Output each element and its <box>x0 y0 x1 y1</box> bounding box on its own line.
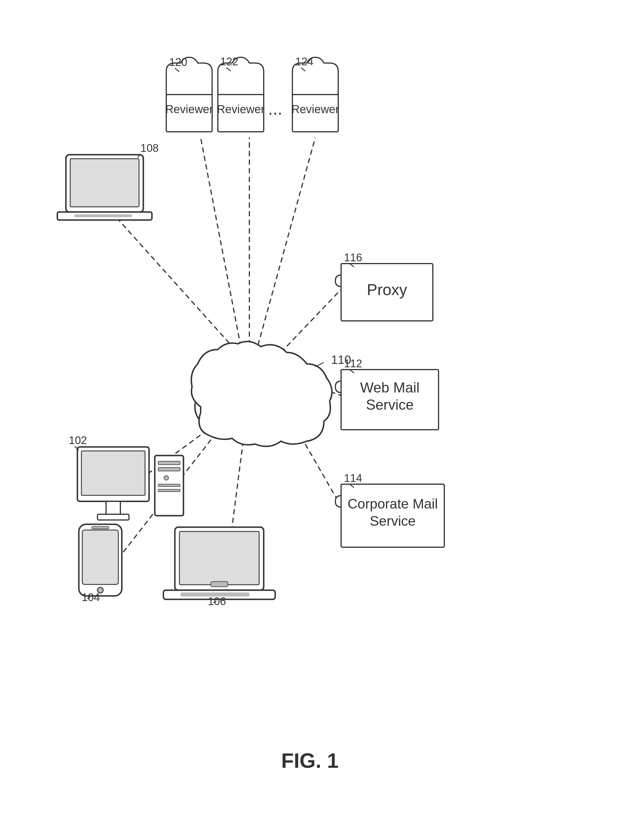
svg-text:112: 112 <box>344 357 362 370</box>
svg-text:Proxy: Proxy <box>367 281 407 298</box>
svg-rect-54 <box>106 501 120 516</box>
svg-rect-71 <box>179 531 259 585</box>
svg-text:Service: Service <box>366 397 414 413</box>
webmail-node: Web Mail Service 112 <box>336 357 439 430</box>
svg-text:102: 102 <box>69 434 87 446</box>
svg-text:Reviewer: Reviewer <box>292 103 339 116</box>
svg-rect-58 <box>158 468 180 471</box>
svg-line-1 <box>201 138 241 346</box>
svg-rect-53 <box>81 451 145 495</box>
svg-rect-47 <box>70 159 139 207</box>
figure-label: FIG. 1 <box>281 749 339 772</box>
svg-point-59 <box>164 476 169 480</box>
svg-text:106: 106 <box>208 596 226 608</box>
desktop-node: 102 <box>69 434 184 520</box>
svg-text:120: 120 <box>169 56 187 68</box>
svg-text:...: ... <box>268 99 282 118</box>
laptop1-node: 108 <box>57 142 158 220</box>
reviewer3-node: Reviewer 124 <box>292 56 339 132</box>
svg-rect-61 <box>158 489 180 492</box>
svg-rect-67 <box>92 526 109 529</box>
corpmail-node: Corporate Mail Service 114 <box>336 472 444 547</box>
svg-text:124: 124 <box>295 56 313 68</box>
svg-rect-57 <box>158 461 180 465</box>
svg-text:116: 116 <box>344 252 362 264</box>
svg-line-4 <box>281 290 341 352</box>
svg-text:Web Mail: Web Mail <box>360 380 419 396</box>
svg-rect-60 <box>158 484 180 486</box>
svg-text:Reviewer: Reviewer <box>166 103 213 116</box>
svg-text:Service: Service <box>370 513 415 529</box>
cloud-node: 110 <box>191 342 351 446</box>
svg-rect-72 <box>211 582 228 587</box>
svg-rect-65 <box>82 530 118 585</box>
laptop2-node: 106 <box>163 527 275 608</box>
svg-text:Reviewer: Reviewer <box>217 103 265 116</box>
reviewer1-node: Reviewer 120 <box>166 56 213 132</box>
svg-rect-49 <box>75 214 132 217</box>
svg-text:104: 104 <box>82 591 100 603</box>
svg-line-3 <box>258 138 315 345</box>
svg-text:122: 122 <box>220 56 238 68</box>
svg-text:108: 108 <box>140 142 158 154</box>
reviewer2-node: Reviewer 122 <box>217 56 265 132</box>
proxy-node: Proxy 116 <box>336 252 433 321</box>
svg-line-0 <box>109 209 235 350</box>
svg-text:Corporate Mail: Corporate Mail <box>348 496 438 512</box>
svg-line-18 <box>315 362 324 367</box>
svg-rect-55 <box>98 514 129 520</box>
phone-node: 104 <box>79 524 122 603</box>
svg-text:114: 114 <box>344 472 362 484</box>
